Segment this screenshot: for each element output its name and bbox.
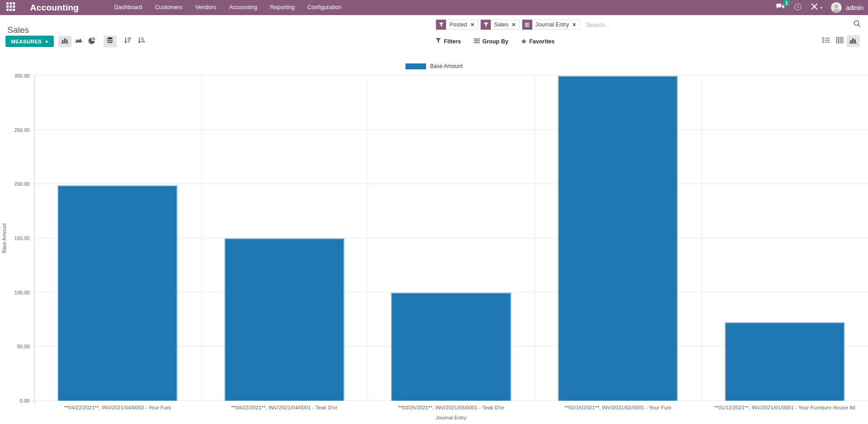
- category-gridline: [201, 76, 202, 401]
- gridline: [31, 183, 868, 184]
- close-icon[interactable]: ✕: [511, 22, 519, 28]
- y-axis-title-wrap: Base Amount: [0, 76, 8, 401]
- y-axis-title: Base Amount: [1, 223, 7, 253]
- pivot-grid-icon: [836, 37, 843, 45]
- menu-item-configuration[interactable]: Configuration: [301, 0, 348, 15]
- menu-item-vendors[interactable]: Vendors: [189, 0, 223, 15]
- page-title: Sales: [7, 25, 29, 35]
- view-switcher: [819, 35, 860, 47]
- close-icon[interactable]: ✕: [470, 22, 478, 28]
- y-tick-label: 300.00: [14, 73, 30, 79]
- main-menu: Dashboard Customers Vendors Accounting R…: [108, 0, 348, 15]
- search-facet-posted[interactable]: Posted ✕: [436, 20, 478, 30]
- chart-bar[interactable]: [57, 185, 177, 401]
- y-axis-line: [34, 76, 35, 404]
- search-icon: [853, 20, 861, 29]
- clock-icon: [794, 3, 802, 13]
- y-tick-label: 0.00: [20, 398, 30, 403]
- bar-chart-icon: [61, 37, 69, 46]
- category-gridline: [701, 76, 702, 401]
- filter-icon: [436, 38, 441, 45]
- favorites-label: Favorites: [529, 38, 555, 45]
- caret-right-icon: ▸: [46, 39, 48, 44]
- list-view-button[interactable]: [819, 35, 832, 47]
- filters-label: Filters: [444, 38, 461, 45]
- top-navbar: Accounting Dashboard Customers Vendors A…: [0, 0, 868, 15]
- navbar-right: 1 ▾ admin: [776, 2, 863, 13]
- user-name[interactable]: admin: [846, 4, 863, 11]
- facet-label: Journal Entry: [532, 21, 572, 28]
- sort-descending-button[interactable]: [121, 36, 135, 47]
- chart-bar[interactable]: [224, 238, 344, 401]
- y-tick-label: 200.00: [14, 181, 30, 187]
- chart-legend[interactable]: Base Amount: [0, 63, 868, 69]
- y-tick-label: 250.00: [14, 127, 30, 133]
- list-view-icon: [822, 37, 830, 45]
- chart-bar[interactable]: [725, 322, 845, 401]
- graph-view-button[interactable]: [847, 35, 860, 47]
- group-by-label: Group By: [483, 38, 509, 45]
- activities-button[interactable]: [794, 3, 802, 13]
- menu-item-customers[interactable]: Customers: [149, 0, 189, 15]
- filter-icon: [481, 20, 491, 30]
- gridline: [31, 75, 868, 76]
- y-tick-label: 150.00: [14, 236, 30, 241]
- facet-label: Sales: [491, 21, 511, 28]
- category-gridline: [368, 76, 368, 401]
- search-facet-journal-entry[interactable]: Journal Entry ✕: [522, 20, 580, 30]
- x-tick-label: **04/22/2021**, INV/2021/04/0001 - Teak …: [231, 405, 338, 410]
- group-by-icon: [474, 38, 480, 45]
- legend-swatch: [405, 63, 426, 69]
- graph-view-icon: [849, 37, 857, 46]
- user-avatar[interactable]: [831, 2, 842, 13]
- favorites-menu-button[interactable]: ★ Favorites: [521, 38, 554, 45]
- x-tick-label: **02/15/2021**, INV/2021/02/0001 - Your …: [565, 405, 671, 410]
- line-chart-mode-button[interactable]: [72, 36, 85, 47]
- search-facet-sales[interactable]: Sales ✕: [480, 20, 520, 30]
- measures-label: MEASURES: [11, 39, 42, 44]
- close-icon[interactable]: ✕: [572, 22, 579, 28]
- stacked-toggle-button[interactable]: [104, 36, 117, 47]
- filters-menu-button[interactable]: Filters: [436, 38, 461, 45]
- debug-tools-button[interactable]: ▾: [811, 3, 822, 12]
- group-by-menu-button[interactable]: Group By: [474, 38, 509, 45]
- pivot-view-button[interactable]: [833, 35, 846, 47]
- messages-badge: 1: [783, 0, 790, 6]
- apps-grid-icon: [6, 2, 15, 13]
- legend-label: Base Amount: [430, 63, 463, 69]
- x-tick-label: **03/25/2021**, INV/2021/03/0001 - Teak …: [398, 405, 504, 410]
- search-bar: Posted ✕ Sales ✕ Journal Entry ✕: [436, 19, 862, 30]
- search-input[interactable]: [582, 21, 852, 28]
- chart-bar[interactable]: [558, 76, 678, 401]
- y-tick-label: 100.00: [14, 290, 30, 295]
- plot-area: Journal Entry 300.00250.00200.00150.0010…: [34, 76, 868, 401]
- pie-chart-icon: [88, 37, 96, 46]
- x-axis-title: Journal Entry: [436, 415, 467, 420]
- sort-desc-icon: [124, 37, 132, 46]
- pie-chart-mode-button[interactable]: [86, 36, 99, 47]
- sales-bar-chart: Base Amount Base Amount Journal Entry 30…: [0, 54, 868, 424]
- x-tick-label: **01/12/2021**, INV/2021/01/0001 - Your …: [714, 405, 855, 410]
- chart-bar[interactable]: [391, 293, 511, 401]
- bar-chart-mode-button[interactable]: [58, 36, 72, 47]
- sort-ascending-button[interactable]: [135, 36, 148, 47]
- gridline: [31, 130, 868, 130]
- menu-item-dashboard[interactable]: Dashboard: [108, 0, 149, 15]
- messages-button[interactable]: 1: [776, 3, 785, 12]
- x-tick-label: **04/22/2021**, INV/2021/04/0002 - Your …: [64, 405, 171, 410]
- category-gridline: [535, 76, 535, 401]
- y-tick-label: 50.00: [17, 344, 30, 349]
- control-panel: Sales Posted ✕ Sales ✕ Journal Entry ✕: [0, 15, 868, 54]
- chevron-down-icon: ▾: [820, 5, 822, 10]
- measures-button[interactable]: MEASURES ▸: [5, 36, 54, 47]
- sort-asc-icon: [138, 37, 146, 46]
- tools-icon: [811, 3, 818, 12]
- app-title: Accounting: [30, 3, 79, 13]
- area-chart-icon: [75, 37, 83, 46]
- filters-bar: Filters Group By ★ Favorites: [436, 35, 555, 47]
- menu-item-accounting[interactable]: Accounting: [223, 0, 264, 15]
- star-icon: ★: [521, 38, 526, 44]
- menu-item-reporting[interactable]: Reporting: [264, 0, 301, 15]
- search-button[interactable]: [852, 19, 862, 30]
- apps-menu-button[interactable]: [0, 0, 21, 15]
